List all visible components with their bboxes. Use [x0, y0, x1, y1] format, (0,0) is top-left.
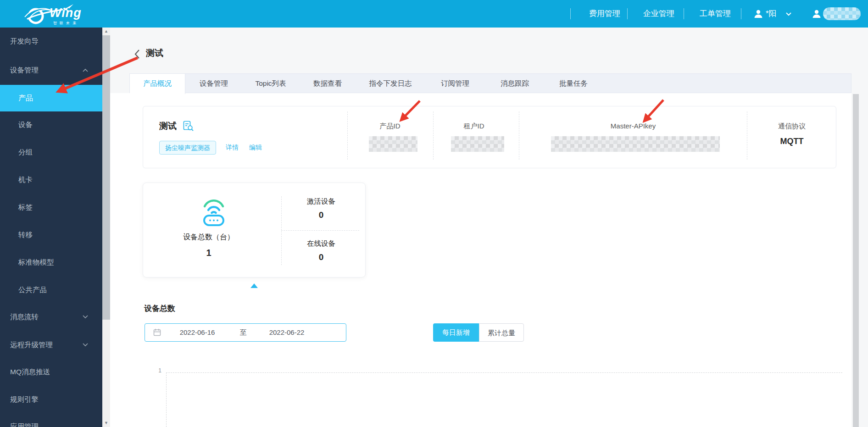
user-menu[interactable]: *阳 — [752, 0, 798, 28]
stats-divider — [281, 196, 282, 265]
user-icon — [754, 9, 763, 18]
sidebar-item-sim[interactable]: 机卡 — [18, 171, 33, 189]
masked-product-id — [369, 136, 417, 152]
online-devices-label: 在线设备 — [294, 239, 349, 249]
date-from-value[interactable]: 2022-06-16 — [167, 323, 227, 342]
sidebar-item-app-mgmt[interactable]: 应用管理 — [10, 417, 39, 427]
tab-command-log[interactable]: 指令下发日志 — [356, 74, 425, 94]
sidebar-item-device[interactable]: 设备 — [18, 116, 33, 134]
page-title: 测试 — [146, 47, 163, 59]
activated-devices-label: 激活设备 — [294, 197, 349, 206]
sidebar-item-transfer[interactable]: 转移 — [18, 226, 33, 244]
detail-link[interactable]: 详情 — [226, 144, 239, 152]
menu-item-enterprise[interactable]: 企业管理 — [636, 0, 682, 28]
menu-item-billing[interactable]: 费用管理 — [582, 0, 628, 28]
daily-new-button[interactable]: 每日新增 — [433, 323, 479, 342]
scroll-down-arrow-icon[interactable]: ▼ — [102, 419, 110, 427]
doc-search-icon[interactable] — [183, 121, 194, 131]
device-total-label: 设备总数（台） — [172, 233, 245, 242]
date-to-value[interactable]: 2022-06-22 — [257, 323, 317, 342]
logo[interactable]: Wing 智联未来 — [23, 2, 96, 25]
sidebar-item-mq-push[interactable]: MQ消息推送 — [10, 363, 50, 381]
topbar-divider — [570, 8, 571, 19]
back-chevron-icon[interactable] — [134, 49, 140, 59]
sidebar-item-product-label: 产品 — [18, 85, 33, 111]
tab-device-mgmt[interactable]: 设备管理 — [185, 74, 242, 94]
date-separator: 至 — [234, 323, 252, 342]
card-divider — [519, 111, 519, 160]
top-bar: Wing 智联未来 费用管理 企业管理 工单管理 *阳 — [0, 0, 868, 28]
sidebar-group-remote-upgrade[interactable]: 远程升级管理 — [10, 336, 53, 354]
masked-tenant-id — [451, 136, 504, 152]
cumulative-total-button[interactable]: 累计总量 — [479, 323, 524, 342]
sidebar-item-product[interactable]: 产品 — [0, 85, 102, 111]
app-window: Wing 智联未来 费用管理 企业管理 工单管理 *阳 — [0, 0, 868, 427]
chart-axis-line — [166, 372, 167, 427]
tab-bar: 产品概况 设备管理 Topic列表 数据查看 指令下发日志 订阅管理 消息跟踪 … — [129, 73, 851, 93]
stats-divider — [281, 230, 359, 231]
menu-item-workorder[interactable]: 工单管理 — [692, 0, 738, 28]
logo-text: Wing — [50, 6, 82, 20]
masked-master-apikey — [551, 136, 720, 152]
calendar-icon — [153, 328, 161, 336]
scroll-up-arrow-icon[interactable]: ▲ — [102, 28, 110, 35]
user-icon — [812, 9, 821, 18]
tab-batch-task[interactable]: 批量任务 — [544, 74, 603, 94]
edit-link[interactable]: 编辑 — [249, 144, 262, 152]
chevron-down-icon — [785, 12, 792, 16]
product-category-tag: 扬尘噪声监测器 — [159, 141, 216, 155]
tab-message-trace[interactable]: 消息跟踪 — [485, 74, 544, 94]
sidebar-item-public-product[interactable]: 公共产品 — [18, 281, 47, 299]
tab-subscription[interactable]: 订阅管理 — [425, 74, 485, 94]
logo-tagline: 智联未来 — [53, 21, 79, 26]
sidebar-item-group[interactable]: 分组 — [18, 143, 33, 161]
tab-product-overview[interactable]: 产品概况 — [130, 74, 185, 94]
device-wifi-icon — [201, 198, 227, 227]
sidebar-item-tag[interactable]: 标签 — [18, 198, 33, 216]
masked-account-id — [823, 7, 861, 20]
chart-gridline — [166, 372, 842, 373]
activated-devices-value: 0 — [294, 210, 349, 220]
topbar-divider — [741, 8, 741, 19]
sidebar-scrollbar-thumb[interactable] — [102, 35, 110, 320]
topbar-divider — [627, 8, 628, 19]
account-chip[interactable] — [811, 0, 864, 28]
protocol-label: 通信协议 — [764, 122, 819, 131]
tenant-id-label: 租户ID — [446, 122, 501, 131]
page-scrollbar-thumb[interactable] — [853, 94, 859, 427]
tab-data-view[interactable]: 数据查看 — [299, 74, 356, 94]
device-total-value: 1 — [172, 248, 245, 258]
sidebar-group-message-flow[interactable]: 消息流转 — [10, 308, 39, 326]
sidebar-item-rule-engine[interactable]: 规则引擎 — [10, 390, 39, 409]
sidebar-nav: 开发向导 设备管理 产品 设备 分组 机卡 标签 转移 标准物模型 公共产品 消… — [0, 28, 102, 427]
chevron-up-icon[interactable] — [83, 68, 88, 72]
product-name: 测试 — [159, 120, 177, 132]
sidebar-group-device-mgmt[interactable]: 设备管理 — [10, 61, 39, 79]
chart-y-tick: 1 — [150, 367, 161, 374]
card-divider — [433, 111, 434, 160]
sidebar-item-standard-model[interactable]: 标准物模型 — [18, 253, 54, 272]
pointer-triangle-icon — [250, 283, 258, 288]
card-divider — [747, 111, 747, 160]
chevron-down-icon[interactable] — [83, 315, 88, 319]
chevron-down-icon[interactable] — [83, 343, 88, 347]
sidebar-item-dev-wizard[interactable]: 开发向导 — [10, 32, 39, 50]
user-name: *阳 — [766, 0, 777, 28]
product-id-label: 产品ID — [362, 122, 417, 131]
card-divider — [347, 111, 348, 160]
online-devices-value: 0 — [294, 252, 349, 262]
section-title-device-total: 设备总数 — [144, 303, 175, 314]
tab-topic-list[interactable]: Topic列表 — [242, 74, 299, 94]
topbar-divider — [684, 8, 684, 19]
protocol-value: MQTT — [764, 137, 819, 146]
master-apikey-label: Master-APIkey — [592, 122, 674, 130]
